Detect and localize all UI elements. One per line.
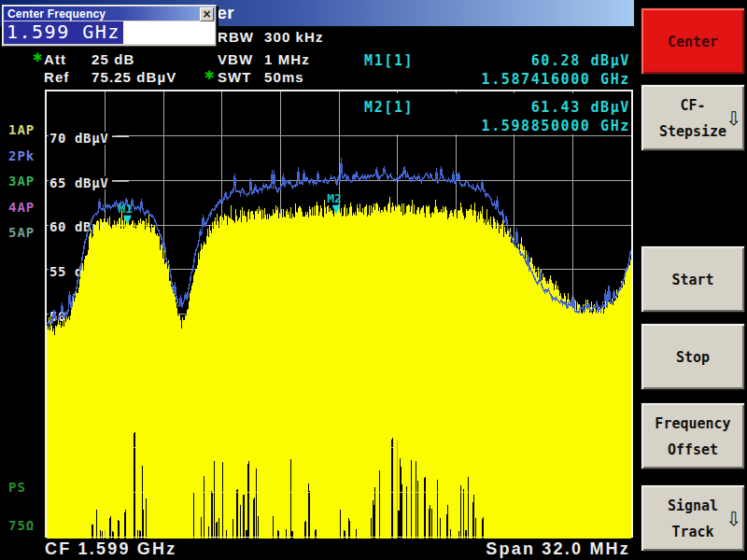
- center-frequency-readout: CF 1.599 GHz: [45, 539, 176, 559]
- softkey-label-line: Offset: [641, 437, 744, 463]
- marker2-frequency: 1.598850000 GHz: [482, 118, 630, 134]
- trace-label-PS: PS: [8, 480, 26, 495]
- spectrum-plot: 70 dBµV65 dBµV60 dBµV55 dBµV50 dBµVM1M2: [0, 0, 747, 560]
- center-frequency-dialog: Center Frequency × 1.599 GHz: [2, 5, 217, 47]
- marker2-level: 61.43 dBµV: [531, 99, 630, 116]
- softkey-label: Stop: [641, 344, 744, 371]
- softkey-label-line: Start: [641, 267, 744, 293]
- marker2-name: M2[1]: [364, 99, 414, 116]
- y-axis-label-65: 65 dBµV: [49, 175, 108, 190]
- trace-label-2Pk: 2Pk: [8, 148, 35, 163]
- trace-label-3AP: 3AP: [8, 174, 35, 189]
- marker-flag-label-M2: M2: [327, 191, 342, 205]
- softkey-center[interactable]: Center: [641, 7, 745, 75]
- y-axis-label-70: 70 dBµV: [49, 131, 108, 146]
- frequency-input-selected-text: 1.599 GHz: [4, 21, 123, 44]
- trace-label-5AP: 5AP: [8, 225, 35, 240]
- marker1-frequency: 1.587416000 GHz: [482, 71, 630, 88]
- softkey-stop[interactable]: Stop: [641, 323, 745, 390]
- softkey-start[interactable]: Start: [641, 245, 745, 313]
- softkey-label: Center: [641, 29, 744, 55]
- softkey-cf--stepsize[interactable]: CF-Stepsize⇩: [641, 84, 745, 151]
- softkey-label-line: Stop: [641, 344, 744, 371]
- dialog-close-button[interactable]: ×: [200, 7, 214, 21]
- trace1-yellow: [48, 197, 631, 538]
- dialog-title-bar: Center Frequency ×: [4, 7, 215, 21]
- marker1-name: M1[1]: [364, 52, 414, 69]
- marker-flag-label-M1: M1: [119, 202, 134, 216]
- more-menu-arrow-icon: ⇩: [726, 107, 741, 130]
- frequency-input-field[interactable]: 1.599 GHz: [4, 21, 215, 44]
- softkey-label: FrequencyOffset: [641, 411, 744, 463]
- trace-label-75Ω: 75Ω: [8, 518, 35, 533]
- softkey-signal-track[interactable]: SignalTrack⇩: [641, 484, 745, 552]
- marker1-level: 60.28 dBµV: [531, 52, 630, 69]
- trace-label-1AP: 1AP: [8, 122, 35, 137]
- more-menu-arrow-icon: ⇩: [726, 508, 741, 530]
- softkey-frequency-offset[interactable]: FrequencyOffset: [641, 402, 745, 469]
- dialog-title: Center Frequency: [7, 7, 106, 21]
- spectrum-analyzer-screen: Analyzer RBW300 kHz✱Att25 dBVBW1 MHzRef7…: [0, 0, 747, 560]
- softkey-label-line: Center: [641, 29, 744, 55]
- softkey-label: Start: [641, 267, 744, 293]
- trace-label-4AP: 4AP: [8, 200, 35, 215]
- softkey-label-line: Frequency: [641, 411, 744, 437]
- span-readout: Span 32.0 MHz: [486, 539, 630, 559]
